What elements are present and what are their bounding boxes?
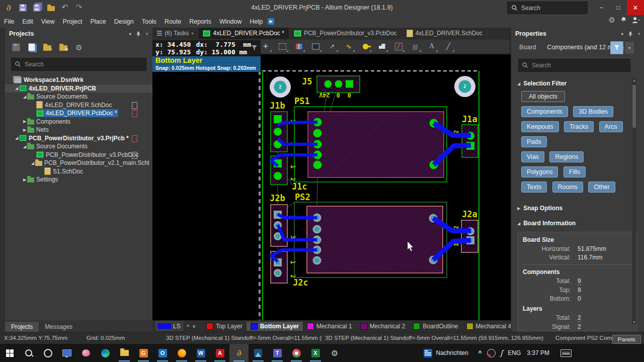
crosshair-tool-icon[interactable]: + xyxy=(259,40,272,52)
expanded-arrow-icon[interactable]: ◢ xyxy=(22,144,27,149)
component-ps1[interactable]: PS1 xyxy=(294,96,447,182)
mode-board-label[interactable]: Board xyxy=(519,44,536,51)
layer-scroll-down-icon[interactable]: v xyxy=(193,324,195,329)
filter-keepouts-button[interactable]: Keepouts xyxy=(521,121,559,132)
layer-tab-bottom-active[interactable]: Bottom Layer xyxy=(247,322,303,331)
expanded-arrow-icon[interactable]: ◢ xyxy=(14,86,19,90)
menu-window[interactable]: Window xyxy=(215,18,246,25)
filter-regions-button[interactable]: Regions xyxy=(549,151,584,162)
filter-other-button[interactable]: Other xyxy=(588,182,615,193)
obs-tray-icon[interactable] xyxy=(487,349,496,357)
user-icon[interactable] xyxy=(632,17,640,24)
tab-powerdistributor-pcbdoc[interactable]: PCB_PowerDistributor_v3.PcbDoc xyxy=(289,28,402,39)
section-snap-options[interactable]: ▶Snap Options xyxy=(517,205,644,212)
panel-close-icon[interactable]: × xyxy=(637,31,640,37)
global-search-input[interactable]: Search xyxy=(507,2,588,14)
filter-button[interactable] xyxy=(610,41,623,54)
maximize-button[interactable]: □ xyxy=(610,0,627,15)
firefox-button[interactable] xyxy=(172,344,191,362)
tree-item-nets[interactable]: ▶ Nets xyxy=(5,126,152,134)
taskbar-search-button[interactable] xyxy=(19,344,38,362)
place-text-tool-icon[interactable]: A xyxy=(425,40,438,52)
tab-schdoc[interactable]: 4xLED_DRIVER.SchDoc xyxy=(402,28,488,39)
language-indicator[interactable]: ENG xyxy=(508,349,521,356)
polygon-pour-tool-icon[interactable] xyxy=(375,40,388,52)
acrobat-button[interactable]: A xyxy=(210,344,229,362)
tree-item-project-1[interactable]: ◢ 4xLED_DRIVER.PrjPCB xyxy=(5,84,152,93)
bell-icon[interactable] xyxy=(620,17,627,24)
explore-project-icon[interactable]: ⌕ xyxy=(43,45,51,51)
filter-polygons-button[interactable]: Polygons xyxy=(521,166,558,177)
altium-taskbar-button[interactable]: ∂ xyxy=(229,344,249,362)
filter-rooms-button[interactable]: Rooms xyxy=(552,182,584,193)
component-j1c[interactable]: J1c 1 2 xyxy=(271,156,307,192)
component-j5[interactable]: J5 24V 0 0 xyxy=(302,76,360,99)
tab-messages[interactable]: Messages xyxy=(39,322,78,332)
dimension-tool-icon[interactable]: 10 xyxy=(409,40,422,52)
save-icon[interactable] xyxy=(17,2,28,13)
expanded-arrow-icon[interactable]: ◢ xyxy=(30,161,35,165)
tree-item-workspace[interactable]: Workspace1.DsnWrk xyxy=(5,76,152,84)
selection-tool-icon[interactable] xyxy=(276,40,289,52)
filter-vias-button[interactable]: Vias xyxy=(521,151,544,162)
tree-item-schdoc[interactable]: 4xLED_DRIVER.SchDoc xyxy=(5,101,152,110)
menu-design[interactable]: Design xyxy=(110,18,138,25)
outlook-button[interactable]: O xyxy=(153,344,172,362)
taskview-app-button[interactable] xyxy=(57,344,76,362)
place-component-tool-icon[interactable] xyxy=(309,40,322,52)
tree-item-main-sch[interactable]: ◢ PCB_PowerDistributor_v2.1_main.Schl xyxy=(5,159,152,167)
section-board-information[interactable]: ◢Board Information xyxy=(517,220,644,227)
notification-center-icon[interactable] xyxy=(560,349,572,357)
pin-icon[interactable] xyxy=(628,31,633,37)
menu-project[interactable]: Project xyxy=(59,18,87,25)
teams-button[interactable]: T xyxy=(268,344,287,362)
properties-scrollbar[interactable]: ▲ ▼ xyxy=(632,78,636,324)
save-all-icon[interactable] xyxy=(31,2,42,13)
tab-pcbdoc-active[interactable]: 4xLED_DRIVER.PcbDoc * xyxy=(198,28,289,39)
pcb-canvas[interactable]: 2 2 J5 24V xyxy=(152,54,511,320)
word-button[interactable]: W xyxy=(191,344,210,362)
news-widget-label[interactable]: Nachrichten xyxy=(436,349,468,356)
clock[interactable]: 3:37 PM xyxy=(527,349,549,356)
funnel-icon[interactable] xyxy=(251,45,258,51)
section-selection-filter[interactable]: ◢Selection Filter xyxy=(517,80,644,87)
filter-arcs-button[interactable]: Arcs xyxy=(599,121,623,132)
menu-route[interactable]: Route xyxy=(160,18,185,25)
menu-edit[interactable]: Edit xyxy=(18,18,37,25)
project-options-icon[interactable]: ⚙ xyxy=(59,45,67,51)
filter-3d-bodies-button[interactable]: 3D Bodies xyxy=(573,106,613,117)
layer-tab-mechanical1[interactable]: Mechanical 1 xyxy=(303,322,356,331)
menu-help[interactable]: Help xyxy=(246,18,267,25)
panels-button[interactable]: Panels xyxy=(612,335,641,344)
tray-chevron-up-icon[interactable]: ^ xyxy=(478,349,482,356)
panel-settings-gear-icon[interactable]: ⚙ xyxy=(75,44,82,51)
redo-icon[interactable]: ↷ xyxy=(73,2,85,13)
pink-app-button[interactable] xyxy=(76,344,96,362)
start-button[interactable] xyxy=(0,344,19,362)
gear-icon[interactable]: ⚙ xyxy=(609,16,615,24)
excel-button[interactable]: X xyxy=(306,344,325,362)
tree-item-pcbdoc-selected[interactable]: 4xLED_DRIVER.PcbDoc * xyxy=(5,109,152,118)
layer-tab-top[interactable]: Top Layer xyxy=(202,322,247,331)
filter-components-button[interactable]: Components xyxy=(521,106,568,117)
layer-set-button[interactable]: LS xyxy=(155,321,183,331)
scroll-up-icon[interactable]: ▲ xyxy=(632,78,636,82)
filter-pads-button[interactable]: Pads xyxy=(521,136,547,147)
tree-item-settings[interactable]: ▶ Settings xyxy=(5,175,152,184)
scrollbar-thumb[interactable] xyxy=(632,85,636,128)
tree-item-source-documents-2[interactable]: ◢ Source Documents xyxy=(5,142,152,151)
projects-search-input[interactable]: Search xyxy=(11,58,146,71)
orange-app-button[interactable]: G xyxy=(134,344,153,362)
menu-reports[interactable]: Reports xyxy=(185,18,215,25)
undo-icon[interactable]: ↶ xyxy=(59,2,70,13)
layer-tab-mechanical2[interactable]: Mechanical 2 xyxy=(356,322,410,331)
expanded-arrow-icon[interactable]: ◢ xyxy=(22,95,27,99)
filter-dropdown-button[interactable]: ▾ xyxy=(624,41,634,54)
chrome-button[interactable] xyxy=(287,344,306,362)
filter-fills-button[interactable]: Fills xyxy=(564,166,586,177)
audio-tray-icon[interactable]: ʃ xyxy=(501,349,503,357)
panel-dropdown-icon[interactable]: ▾ xyxy=(129,31,131,37)
filter-all-objects-button[interactable]: All objects xyxy=(521,91,565,102)
expanded-arrow-icon[interactable]: ◢ xyxy=(14,136,19,140)
place-via-tool-icon[interactable] xyxy=(359,40,372,52)
